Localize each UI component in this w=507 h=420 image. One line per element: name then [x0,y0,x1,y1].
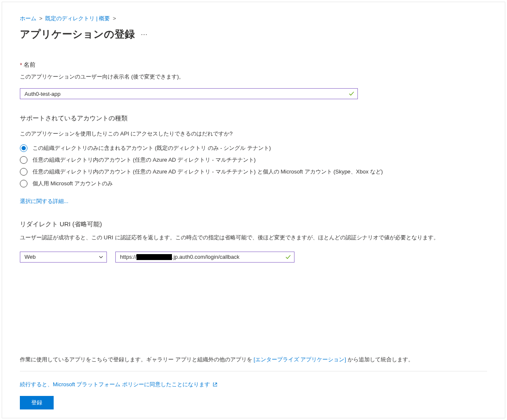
external-link-icon [213,382,218,387]
radio-icon [20,168,27,176]
name-input[interactable] [20,88,358,99]
required-indicator: * [20,62,22,68]
uri-suffix: .jp.auth0.com/login/callback [172,254,240,260]
policy-link[interactable]: 続行すると、Microsoft プラットフォーム ポリシーに同意したことになりま… [20,381,210,388]
radio-label: 任意の組織ディレクトリ内のアカウント (任意の Azure AD ディレクトリ … [33,156,256,164]
redirect-uri-desc: ユーザー認証が成功すると、この URI に認証応答を返します。この時点での指定は… [20,233,442,242]
more-actions-button[interactable]: ⋯ [141,30,148,38]
radio-label: 任意の組織ディレクトリ内のアカウント (任意の Azure AD ディレクトリ … [33,168,383,176]
account-type-question: このアプリケーションを使用したりこの API にアクセスしたりできるのはだれです… [20,130,487,138]
footer-note-before: 作業に使用しているアプリをこちらで登録します。ギャラリー アプリと組織外の他のア… [20,356,254,363]
breadcrumb: ホーム > 既定のディレクトリ | 概要 > [20,15,487,22]
breadcrumb-sep: > [39,15,43,22]
radio-icon [20,144,27,152]
account-type-radio-group: この組織ディレクトリのみに含まれるアカウント (既定のディレクトリ のみ - シ… [20,144,487,187]
account-type-option-multi-tenant[interactable]: 任意の組織ディレクトリ内のアカウント (任意の Azure AD ディレクトリ … [20,156,487,164]
chevron-down-icon [98,255,104,260]
radio-icon [20,180,27,187]
redirect-uri-section: リダイレクト URI (省略可能) ユーザー認証が成功すると、この URI に認… [20,220,487,263]
account-type-option-personal-only[interactable]: 個人用 Microsoft アカウントのみ [20,180,487,187]
footer-note: 作業に使用しているアプリをこちらで登録します。ギャラリー アプリと組織外の他のア… [20,356,487,363]
radio-label: この組織ディレクトリのみに含まれるアカウント (既定のディレクトリ のみ - シ… [33,144,271,152]
name-label: 名前 [24,61,35,69]
account-type-heading: サポートされているアカウントの種類 [20,114,487,122]
breadcrumb-home[interactable]: ホーム [20,15,36,22]
footer-note-after: から追加して統合します。 [346,356,414,363]
uri-redacted [136,254,172,260]
check-icon [349,91,354,97]
account-type-section: サポートされているアカウントの種類 このアプリケーションを使用したりこの API… [20,114,487,205]
enterprise-apps-link[interactable]: [エンタープライズ アプリケーション] [254,356,346,363]
breadcrumb-directory[interactable]: 既定のディレクトリ | 概要 [45,15,110,22]
page-title: アプリケーションの登録 [20,27,135,41]
platform-select-value: Web [25,254,36,260]
radio-icon [20,156,27,164]
divider [20,371,487,371]
account-type-help-link[interactable]: 選択に関する詳細... [20,198,68,204]
uri-prefix: https:// [120,254,136,260]
account-type-option-single-tenant[interactable]: この組織ディレクトリのみに含まれるアカウント (既定のディレクトリ のみ - シ… [20,144,487,152]
platform-select[interactable]: Web [20,252,107,263]
radio-label: 個人用 Microsoft アカウントのみ [33,180,113,187]
register-button[interactable]: 登録 [20,396,54,409]
account-type-option-multi-tenant-personal[interactable]: 任意の組織ディレクトリ内のアカウント (任意の Azure AD ディレクトリ … [20,168,487,176]
name-section: * 名前 このアプリケーションのユーザー向け表示名 (後で変更できます)。 [20,61,487,99]
check-icon [285,254,291,260]
redirect-uri-input[interactable]: https://.jp.auth0.com/login/callback [115,252,294,263]
breadcrumb-sep: > [113,15,116,22]
name-helper: このアプリケーションのユーザー向け表示名 (後で変更できます)。 [20,73,487,81]
redirect-uri-heading: リダイレクト URI (省略可能) [20,220,487,228]
